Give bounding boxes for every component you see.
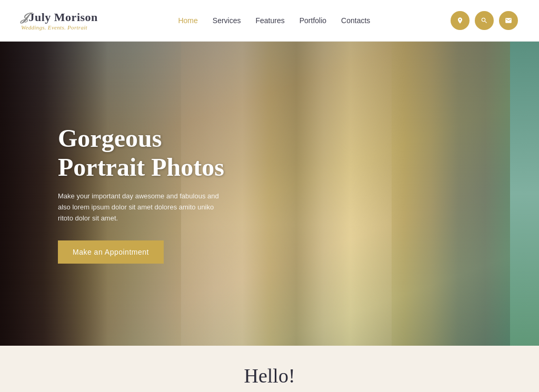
nav-portfolio[interactable]: Portfolio	[300, 16, 326, 25]
email-icon-button[interactable]	[499, 11, 518, 30]
hello-title: Hello!	[244, 364, 295, 387]
main-nav: Home Services Features Portfolio Contact…	[178, 16, 370, 25]
logo-name[interactable]: July Morison	[21, 11, 98, 24]
location-icon	[456, 17, 464, 24]
nav-home[interactable]: Home	[178, 16, 197, 25]
nav-services[interactable]: Services	[213, 16, 241, 25]
logo: July Morison Weddings. Events. Portrait	[21, 11, 98, 31]
cta-button[interactable]: Make an Appointment	[58, 240, 164, 264]
search-icon-button[interactable]	[475, 11, 494, 30]
hero-section: GorgeousPortrait Photos Make your import…	[0, 42, 539, 346]
hero-content: GorgeousPortrait Photos Make your import…	[58, 124, 226, 264]
hero-right-strip	[510, 42, 539, 346]
nav-features[interactable]: Features	[255, 16, 284, 25]
location-icon-button[interactable]	[451, 11, 470, 30]
site-header: July Morison Weddings. Events. Portrait …	[0, 0, 539, 42]
hero-title: GorgeousPortrait Photos	[58, 124, 226, 182]
email-icon	[505, 17, 512, 24]
search-icon	[481, 17, 488, 24]
hero-description: Make your important day awesome and fabu…	[58, 191, 226, 224]
nav-contacts[interactable]: Contacts	[341, 16, 370, 25]
logo-tagline: Weddings. Events. Portrait	[21, 24, 87, 31]
hello-section: Hello!	[0, 346, 539, 392]
header-icon-group	[451, 11, 518, 30]
